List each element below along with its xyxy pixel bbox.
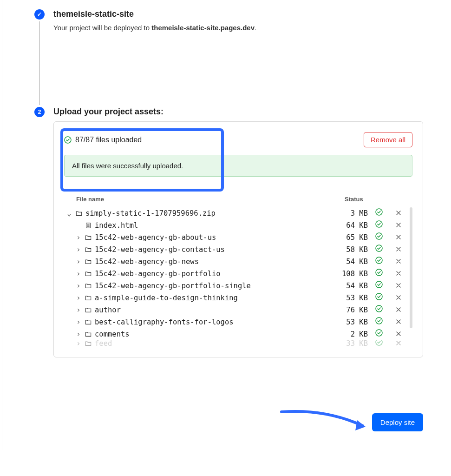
remove-file-button[interactable] [387, 316, 410, 328]
step-1-subtitle-prefix: Your project will be deployed to [53, 24, 151, 32]
file-name: index.html [93, 219, 338, 231]
file-row: ›15c42-web-agency-gb-portfolio-single 54… [64, 280, 410, 292]
file-size: 65 KB [338, 231, 371, 244]
chevron-right-icon[interactable]: › [73, 304, 84, 316]
file-row: ›feed 33 KB [64, 340, 410, 347]
folder-icon [84, 283, 93, 289]
deploy-site-button[interactable]: Deploy site [372, 413, 423, 431]
file-row: ›15c42-web-agency-gb-news 54 KB [64, 256, 410, 268]
remove-file-button[interactable] [387, 304, 410, 316]
file-row: ›comments 2 KB [64, 328, 410, 340]
svg-point-11 [376, 281, 382, 288]
status-check-icon [371, 219, 387, 231]
svg-point-0 [65, 137, 71, 143]
file-size: 76 KB [338, 304, 371, 316]
file-size: 2 KB [338, 328, 371, 340]
svg-point-8 [376, 245, 382, 251]
file-name: feed [93, 340, 338, 347]
file-name: simply-static-1-1707959696.zip [84, 207, 338, 219]
step-1-title: themeisle-static-site [53, 9, 423, 19]
file-row: ›a-simple-guide-to-design-thinking 53 KB [64, 292, 410, 304]
remove-file-button[interactable] [387, 207, 410, 219]
step-2-row: 2 Upload your project assets: 87/87 file… [30, 107, 423, 431]
remove-file-button[interactable] [387, 280, 410, 292]
file-size: 108 KB [338, 268, 371, 280]
svg-point-12 [376, 293, 382, 300]
chevron-right-icon[interactable]: › [73, 256, 84, 268]
file-size: 64 KB [338, 219, 371, 231]
status-check-icon [371, 328, 387, 340]
folder-icon [84, 319, 93, 325]
file-row: ›best-calligraphy-fonts-for-logos 53 KB [64, 316, 410, 328]
upload-panel: 87/87 files uploaded Remove all All file… [53, 121, 423, 357]
remove-file-button[interactable] [387, 256, 410, 268]
remove-file-button[interactable] [387, 219, 410, 231]
status-check-icon [371, 256, 387, 268]
remove-file-button[interactable] [387, 328, 410, 340]
file-row: ›15c42-web-agency-gb-about-us 65 KB [64, 231, 410, 244]
remove-all-button[interactable]: Remove all [364, 132, 412, 147]
file-list-scroll[interactable]: ⌄simply-static-1-1707959696.zip 3 MBinde… [64, 207, 412, 347]
remove-file-button[interactable] [387, 244, 410, 256]
status-check-icon [371, 231, 387, 244]
svg-point-13 [376, 305, 382, 312]
file-row: ›15c42-web-agency-gb-portfolio108 KB [64, 268, 410, 280]
file-size: 53 KB [338, 292, 371, 304]
file-table-header: File name Status [64, 188, 412, 207]
step-1-subtitle: Your project will be deployed to themeis… [53, 24, 423, 32]
status-check-icon [371, 292, 387, 304]
svg-point-9 [376, 257, 382, 264]
status-check-icon [371, 207, 387, 219]
file-icon [84, 222, 93, 229]
header-file-name: File name [76, 196, 345, 203]
file-row: ›author 76 KB [64, 304, 410, 316]
file-size: 54 KB [338, 280, 371, 292]
remove-file-button[interactable] [387, 231, 410, 244]
step-1-check-icon [34, 9, 45, 20]
upload-status-area: 87/87 files uploaded Remove all All file… [64, 132, 412, 188]
chevron-right-icon[interactable]: › [73, 328, 84, 340]
svg-point-15 [376, 330, 382, 336]
file-size: 54 KB [338, 256, 371, 268]
folder-icon [84, 271, 93, 277]
remove-file-button[interactable] [387, 268, 410, 280]
chevron-right-icon[interactable]: › [73, 244, 84, 256]
upload-success-check-icon [64, 136, 72, 144]
file-name: a-simple-guide-to-design-thinking [93, 292, 338, 304]
chevron-right-icon[interactable]: › [73, 280, 84, 292]
svg-point-6 [376, 221, 382, 227]
chevron-down-icon[interactable]: ⌄ [64, 207, 74, 219]
file-size: 3 MB [338, 207, 371, 219]
chevron-right-icon[interactable]: › [73, 316, 84, 328]
file-row: ⌄simply-static-1-1707959696.zip 3 MB [64, 207, 410, 219]
remove-file-button[interactable] [387, 340, 410, 347]
folder-icon [84, 295, 93, 301]
upload-success-banner: All files were successfully uploaded. [64, 155, 412, 177]
file-row: ›15c42-web-agency-gb-contact-us 58 KB [64, 244, 410, 256]
step-connector-line [39, 21, 40, 105]
chevron-right-icon[interactable]: › [73, 231, 84, 244]
file-name: 15c42-web-agency-gb-portfolio [93, 268, 338, 280]
step-1-subtitle-bold: themeisle-static-site.pages.dev [151, 24, 255, 32]
file-size: 58 KB [338, 244, 371, 256]
file-table: File name Status ⌄simply-static-1-170795… [64, 188, 412, 347]
folder-icon [84, 307, 93, 313]
file-name: best-calligraphy-fonts-for-logos [93, 316, 338, 328]
chevron-right-icon[interactable]: › [73, 340, 84, 347]
file-name: 15c42-web-agency-gb-news [93, 256, 338, 268]
svg-point-1 [376, 209, 382, 215]
chevron-right-icon[interactable]: › [73, 292, 84, 304]
svg-point-7 [376, 233, 382, 239]
status-check-icon [371, 304, 387, 316]
step-2-title: Upload your project assets: [53, 107, 423, 117]
upload-count-text: 87/87 files uploaded [75, 136, 142, 144]
chevron-right-icon[interactable]: › [73, 268, 84, 280]
file-name: 15c42-web-agency-gb-about-us [93, 231, 338, 244]
folder-icon [74, 210, 84, 217]
status-check-icon [371, 280, 387, 292]
folder-icon [84, 258, 93, 265]
step-1-row: themeisle-static-site Your project will … [30, 9, 423, 107]
remove-file-button[interactable] [387, 292, 410, 304]
scrollbar[interactable] [410, 207, 412, 328]
file-name: 15c42-web-agency-gb-portfolio-single [93, 280, 338, 292]
